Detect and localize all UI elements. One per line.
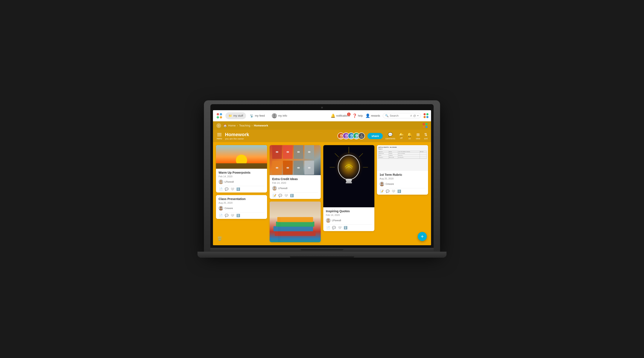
card-1st-term-rubric: ARTS & CRAFTS - 4th GRADETerm 1 Objectiv… (377, 145, 428, 195)
author-avatar-lflores3 (326, 218, 330, 223)
rewards-button[interactable]: 👤 rewards (365, 113, 380, 118)
add-button[interactable]: + (418, 232, 427, 241)
comment-icon-2[interactable]: 💬 (225, 214, 228, 217)
search-dropdown-arrow[interactable]: ▾ (417, 114, 418, 117)
comments-action[interactable]: 💬 comments (385, 132, 395, 140)
tab-my-feed[interactable]: 📡 my feed (247, 112, 268, 119)
hash-button[interactable]: # (410, 114, 412, 117)
card-class-presentation: Class Presentation Aug 25, 2020 Cmoore (216, 195, 267, 219)
card-title-rubric: 1st Term Rubric (380, 173, 426, 177)
info-icon[interactable]: ℹ️ (236, 187, 240, 191)
card-body-inspiring: Inspiring Quotes Feb 14, 2020 LFlores8 (323, 207, 374, 231)
svg-point-0 (216, 113, 219, 115)
card-image-sunset (216, 145, 267, 169)
card-date-class-presentation: Aug 25, 2020 (218, 201, 264, 204)
cards-column-3: ARTS & CRAFTS - 4th GRADETerm 1 Objectiv… (377, 145, 428, 195)
svg-rect-53 (346, 181, 352, 182)
like-icon[interactable]: 🤍 (230, 187, 234, 191)
card-date-extra-credit: Feb 14, 2020 (272, 181, 318, 184)
card-title-inspiring: Inspiring Quotes (326, 209, 372, 213)
pdf-icon[interactable]: 📄 (326, 226, 330, 229)
trash-icon[interactable]: 🗑️ (217, 236, 222, 241)
off-action[interactable]: 🔔 off (399, 133, 403, 139)
like-icon-5[interactable]: 🤍 (392, 189, 395, 193)
laptop-base-deck (198, 252, 446, 258)
card-divider-3 (272, 192, 318, 192)
search-icon: 🔍 (385, 114, 388, 117)
svg-point-4 (273, 114, 276, 116)
search-box[interactable]: 🔍 # @ ▾ (383, 113, 421, 118)
svg-point-6 (340, 134, 343, 137)
card-image-books (270, 201, 321, 242)
menu-button[interactable]: menu (216, 132, 222, 140)
info-icon-4[interactable]: ℹ️ (344, 226, 347, 229)
word-icon[interactable]: 📝 (273, 194, 276, 197)
svg-point-2 (216, 116, 219, 118)
comments-label: comments (385, 137, 395, 140)
word-icon-2[interactable]: 📝 (380, 189, 384, 193)
like-icon-4[interactable]: 🤍 (338, 226, 342, 229)
sort-action[interactable]: ⇅ sort (424, 132, 428, 140)
help-button[interactable]: ❓ help (352, 113, 363, 118)
info-icon-5[interactable]: ℹ️ (397, 189, 401, 193)
bc-dot-green (426, 123, 428, 125)
author-avatar-lflores (218, 179, 223, 184)
info-icon-3[interactable]: ℹ️ (290, 194, 294, 197)
svg-point-62 (381, 182, 383, 184)
laptop-screen: 📁 my stuff 📡 my feed my info (213, 110, 431, 245)
card-title-extra-credit: Extra Credit Ideas (272, 177, 318, 181)
card-date-warm-up: Feb 14, 2020 (218, 175, 264, 178)
share-button[interactable]: share (368, 133, 383, 139)
notifications-button[interactable]: 🔔 1 notifications (330, 113, 350, 118)
color-dot-blue (426, 116, 428, 118)
card-author-rubric: Cmoore (380, 181, 426, 186)
on-action[interactable]: 🔔 on (407, 132, 412, 140)
search-input[interactable] (390, 114, 409, 117)
card-divider-4 (326, 224, 372, 225)
author-avatar-cmoore (218, 206, 223, 210)
author-name-lflores: LFlores8 (224, 180, 234, 183)
laptop-base (198, 252, 446, 258)
comment-icon[interactable]: 💬 (225, 187, 228, 191)
svg-point-3 (220, 116, 222, 118)
svg-point-19 (220, 180, 222, 182)
cards-column-2: Inspiring Quotes Feb 14, 2020 LFlores8 (323, 145, 374, 231)
card-divider-2 (218, 212, 264, 212)
info-icon-2[interactable]: ℹ️ (236, 214, 240, 217)
breadcrumb-teaching[interactable]: Teaching (239, 124, 250, 127)
card-doc-preview: ARTS & CRAFTS - 4th GRADETerm 1 Objectiv… (377, 145, 428, 171)
svg-rect-38 (297, 167, 300, 169)
on-label: on (408, 137, 411, 140)
comment-icon-3[interactable]: 💬 (278, 194, 282, 197)
svg-rect-37 (286, 167, 289, 169)
svg-point-41 (273, 189, 276, 190)
comment-icon-4[interactable]: 💬 (332, 226, 336, 229)
breadcrumb-home[interactable]: Home (228, 124, 236, 127)
at-button[interactable]: @ (413, 114, 416, 117)
breadcrumb-dots (423, 123, 428, 128)
svg-point-61 (326, 221, 330, 223)
svg-point-1 (220, 113, 222, 115)
folder-icon: 📁 (228, 114, 232, 118)
file-icon[interactable]: 📄 (219, 187, 222, 191)
like-icon-2[interactable]: 🤍 (230, 214, 234, 217)
back-button[interactable]: ‹ (216, 123, 221, 128)
nav-tabs: 📁 my stuff 📡 my feed my info (226, 112, 330, 120)
tab-my-info[interactable]: my info (269, 112, 290, 120)
card-warm-up: Warm Up Powerpoints Feb 14, 2020 LFlores… (216, 145, 267, 192)
card-actions-extra-credit: 📝 💬 🤍 ℹ️ (272, 194, 318, 197)
avatar-count: 4 total (358, 133, 365, 139)
svg-point-60 (327, 219, 329, 221)
like-icon-3[interactable]: 🤍 (284, 194, 288, 197)
comment-icon-5[interactable]: 💬 (386, 189, 390, 193)
card-image-bulb (323, 145, 374, 207)
svg-rect-35 (308, 151, 310, 153)
file-icon-2[interactable]: 📄 (219, 214, 222, 217)
card-body-extra-credit: Extra Credit Ideas Feb 14, 2020 LFlores8 (270, 175, 321, 199)
view-action[interactable]: ⊞ view (416, 132, 420, 140)
tab-my-stuff[interactable]: 📁 my stuff (226, 112, 246, 119)
svg-rect-52 (346, 179, 352, 181)
view-icon: ⊞ (416, 132, 420, 137)
avatars-group: 4 total (338, 133, 365, 139)
menu-line-3 (217, 136, 222, 136)
